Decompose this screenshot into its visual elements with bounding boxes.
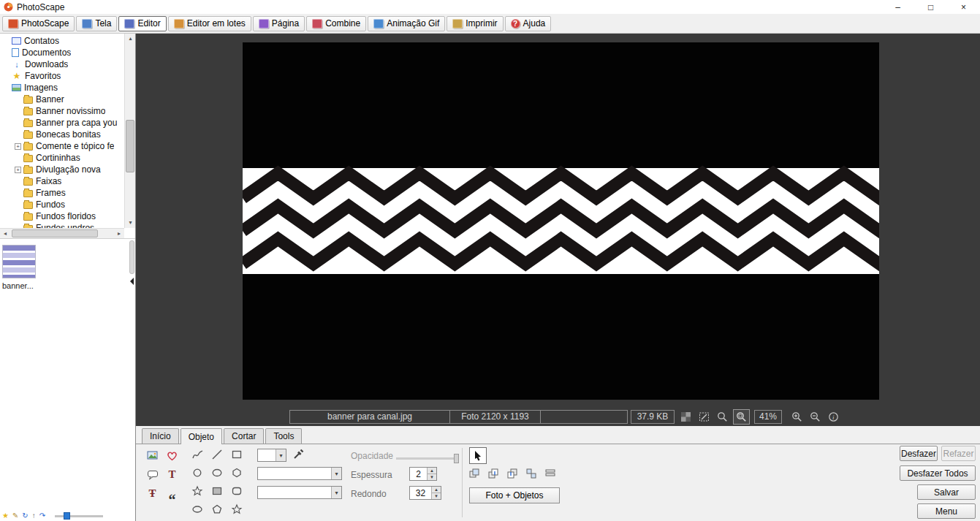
bring-forward-icon[interactable] <box>488 468 498 481</box>
wide-ellipse-tool-icon[interactable] <box>189 501 207 519</box>
tree-item-fundos-undros[interactable]: Fundos undros <box>0 222 124 228</box>
chevron-down-icon[interactable]: ▾ <box>276 449 286 461</box>
close-button[interactable]: × <box>947 0 980 14</box>
tree-item-imagens[interactable]: Imagens <box>0 82 124 94</box>
tree-item-banner[interactable]: Banner <box>0 94 124 105</box>
thumbnail-banner-image[interactable] <box>2 245 36 278</box>
tree-item-fundos-floridos[interactable]: Fundos floridos <box>0 210 124 222</box>
tree-item-contatos[interactable]: Contatos <box>0 35 124 47</box>
round-down-button[interactable]: ▼ <box>432 493 441 499</box>
tree-item-cortininhas[interactable]: Cortininhas <box>0 152 124 164</box>
scroll-up-arrow-icon[interactable]: ▴ <box>125 34 135 44</box>
rectangle-tool-icon[interactable] <box>228 446 246 464</box>
redo-button[interactable]: Refazer <box>941 446 976 461</box>
round-up-button[interactable]: ▲ <box>432 487 441 493</box>
thickness-stepper[interactable]: 2 ▲▼ <box>409 467 437 481</box>
tree-item-divulga-o-nova[interactable]: Divulgação nova <box>0 164 124 175</box>
tree-item-fundos[interactable]: Fundos <box>0 199 124 210</box>
scroll-left-arrow-icon[interactable]: ◂ <box>0 229 10 239</box>
tree-item-comente-e-t-pico-fe[interactable]: Comente e tópico fe <box>0 140 124 152</box>
opacity-slider-knob[interactable] <box>454 454 459 463</box>
photo-image[interactable] <box>243 42 879 400</box>
tab-tools[interactable]: Tools <box>265 428 302 444</box>
menu-tab-photoscape[interactable]: PhotoScape <box>2 16 75 31</box>
menu-tab-editor-em-lotes[interactable]: Editor em lotes <box>168 16 251 31</box>
up-folder-icon[interactable]: ↑ <box>32 512 36 520</box>
menu-tab-anima-o-gif[interactable]: Animação Gif <box>368 16 445 31</box>
eyedropper-icon[interactable] <box>292 448 305 463</box>
line-style-dropdown[interactable]: ▾ <box>257 467 342 480</box>
ellipse-tool-icon[interactable] <box>208 464 227 482</box>
pentagon-tool-icon[interactable] <box>208 501 227 519</box>
slider-knob[interactable] <box>64 512 70 520</box>
menu-tab-imprimir[interactable]: Imprimir <box>447 16 503 31</box>
menu-button[interactable]: Menu <box>917 503 976 519</box>
tree-item-banner-novissimo[interactable]: Banner novissimo <box>0 105 124 117</box>
forward-arrow-icon[interactable]: ↷ <box>39 512 45 520</box>
hexagon-tool-icon[interactable] <box>228 464 246 482</box>
menu-tab-tela[interactable]: Tela <box>76 16 117 31</box>
zoom-in-icon[interactable] <box>789 409 804 425</box>
menu-tab-p-gina[interactable]: Página <box>253 16 305 31</box>
group-objects-icon[interactable] <box>526 468 536 481</box>
tab-cortar[interactable]: Cortar <box>224 428 264 444</box>
tab-in-cio[interactable]: Início <box>142 428 179 444</box>
thumbnail-banner[interactable]: banner... <box>2 245 39 290</box>
thickness-up-button[interactable]: ▲ <box>428 468 436 474</box>
save-button[interactable]: Salvar <box>917 484 976 500</box>
tree-hscroll-thumb[interactable] <box>12 229 98 237</box>
thickness-down-button[interactable]: ▼ <box>428 474 436 480</box>
favorite-star-icon[interactable]: ★ <box>2 512 9 520</box>
object-list-icon[interactable] <box>545 468 555 481</box>
tree-item-banner-pra-capa-you[interactable]: Banner pra capa you <box>0 117 124 129</box>
tree-item-downloads[interactable]: ↓ Downloads <box>0 58 124 70</box>
tree-item-frames[interactable]: Frames <box>0 187 124 199</box>
select-cursor-button[interactable] <box>469 447 487 464</box>
color-dropdown[interactable]: ▾ <box>257 449 286 462</box>
round-stepper[interactable]: 32 ▲▼ <box>409 486 441 500</box>
circle-tool-icon[interactable] <box>189 464 207 482</box>
tree-vscroll-thumb[interactable] <box>126 120 134 172</box>
insert-text-icon[interactable]: T <box>163 465 181 484</box>
expander-icon[interactable] <box>15 167 21 173</box>
rounded-rectangle-tool-icon[interactable] <box>228 482 246 501</box>
scroll-down-arrow-icon[interactable]: ▾ <box>125 218 135 228</box>
send-backward-icon[interactable] <box>507 468 517 481</box>
minimize-button[interactable]: – <box>881 0 914 14</box>
star-outline-tool-icon[interactable] <box>189 482 207 501</box>
line-tool-icon[interactable] <box>208 446 227 464</box>
fit-to-window-icon[interactable] <box>696 409 711 425</box>
photo-objects-button[interactable]: Foto + Objetos <box>469 487 560 503</box>
insert-rich-text-icon[interactable]: Ŧ <box>143 484 162 503</box>
tree-horizontal-scrollbar[interactable]: ◂ ▸ <box>0 228 124 238</box>
menu-tab-ajuda[interactable]: ? Ajuda <box>505 16 552 31</box>
edit-folder-icon[interactable]: ✎ <box>12 512 18 520</box>
collapse-sidebar-handle[interactable] <box>129 275 135 287</box>
scroll-right-arrow-icon[interactable]: ▸ <box>114 229 124 239</box>
chevron-down-icon[interactable]: ▾ <box>331 487 341 498</box>
undo-button[interactable]: Desfazer <box>900 446 938 461</box>
info-icon[interactable]: i <box>826 409 840 425</box>
tree-vertical-scrollbar[interactable]: ▴ ▾ <box>124 34 135 228</box>
chevron-down-icon[interactable]: ▾ <box>331 468 341 479</box>
menu-tab-combine[interactable]: Combine <box>306 16 366 31</box>
thumbnail-scrollbar-thumb[interactable] <box>129 240 134 274</box>
zoom-fit-icon[interactable] <box>733 409 750 425</box>
expander-icon[interactable] <box>15 143 21 150</box>
zoom-original-icon[interactable] <box>715 409 729 425</box>
tree-item-documentos[interactable]: Documentos <box>0 47 124 58</box>
thumbnail-size-slider[interactable] <box>55 512 103 520</box>
filled-rectangle-tool-icon[interactable] <box>208 482 227 501</box>
insert-photo-icon[interactable] <box>143 446 162 465</box>
insert-heart-icon[interactable] <box>163 446 181 465</box>
maximize-button[interactable]: □ <box>914 0 947 14</box>
zoom-out-icon[interactable] <box>808 409 822 425</box>
tab-objeto[interactable]: Objeto <box>181 428 222 444</box>
fill-style-dropdown[interactable]: ▾ <box>257 486 342 499</box>
opacity-slider[interactable] <box>396 454 459 463</box>
transparency-checker-icon[interactable] <box>678 409 693 425</box>
menu-tab-editor[interactable]: Editor <box>118 16 166 31</box>
tree-item-faixas[interactable]: Faixas <box>0 175 124 187</box>
star-tool-icon[interactable] <box>228 501 246 519</box>
insert-balloon-icon[interactable] <box>143 465 162 484</box>
